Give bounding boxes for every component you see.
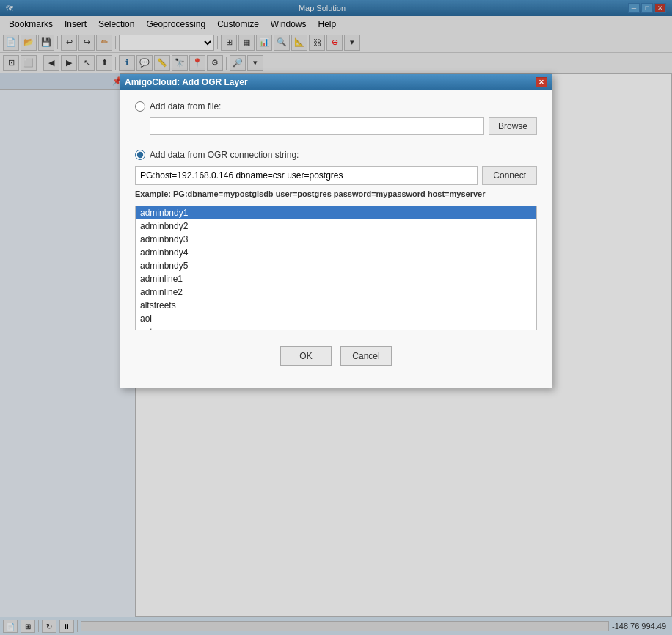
example-value: PG:dbname=mypostgisdb user=postgres pass… [173,189,485,198]
list-item[interactable]: adminbndy5 [136,259,536,272]
modal-overlay: AmigoCloud: Add OGR Layer ✕ Add data fro… [0,0,672,635]
list-item[interactable]: autosvc [136,325,536,330]
radio-file-row: Add data from file: [135,101,537,112]
radio-conn[interactable] [135,150,145,160]
radio-conn-label: Add data from OGR connection string: [150,150,299,160]
list-item[interactable]: aoi [136,312,536,325]
cancel-button[interactable]: Cancel [340,346,392,366]
conn-string-input[interactable] [135,166,478,185]
file-input-row: Browse [150,117,537,135]
example-row: Example: PG:dbname=mypostgisdb user=post… [135,189,537,198]
list-item[interactable]: adminbndy4 [136,246,536,259]
radio-conn-row: Add data from OGR connection string: [135,150,537,160]
connect-button[interactable]: Connect [482,166,537,185]
dialog-body: Add data from file: Browse Add data from… [120,90,552,388]
radio-file[interactable] [135,101,145,112]
list-item[interactable]: adminline2 [136,286,536,299]
list-item[interactable]: adminline1 [136,272,536,286]
list-item[interactable]: altstreets [136,299,536,312]
list-item[interactable]: adminbndy3 [136,233,536,246]
radio-file-label: Add data from file: [150,101,221,112]
conn-string-row: Connect [135,166,537,185]
dialog-title-text: AmigoCloud: Add OGR Layer [125,77,248,87]
list-item[interactable]: adminbndy2 [136,219,536,233]
add-ogr-layer-dialog: AmigoCloud: Add OGR Layer ✕ Add data fro… [120,73,552,388]
layer-list[interactable]: adminbndy1adminbndy2adminbndy3adminbndy4… [135,206,537,330]
dialog-title-bar: AmigoCloud: Add OGR Layer ✕ [120,74,552,90]
example-label: Example: [135,189,171,198]
list-item[interactable]: adminbndy1 [136,206,536,219]
ok-button[interactable]: OK [280,346,332,366]
dialog-buttons: OK Cancel [135,339,537,377]
dialog-close-button[interactable]: ✕ [536,77,547,87]
file-path-input[interactable] [150,117,484,135]
browse-button[interactable]: Browse [489,117,537,135]
